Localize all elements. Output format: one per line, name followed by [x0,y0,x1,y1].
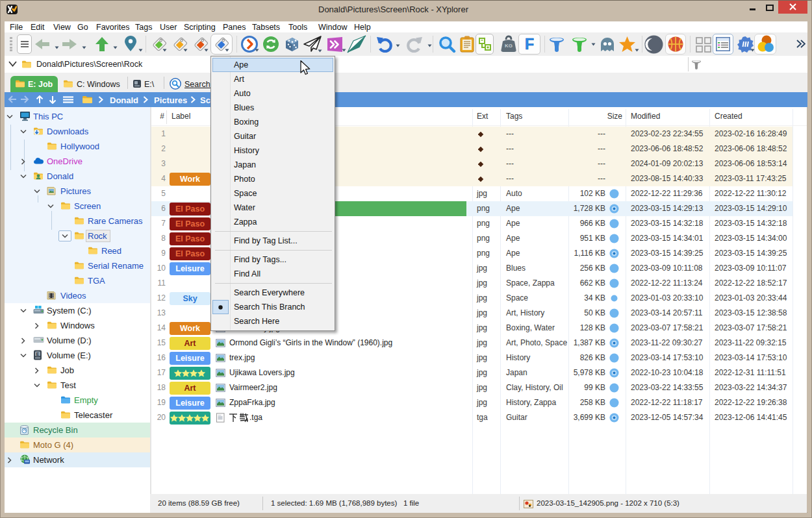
svg-text:E: E [36,352,40,356]
svg-text:F: F [525,36,534,52]
svg-text:KG: KG [505,43,513,49]
